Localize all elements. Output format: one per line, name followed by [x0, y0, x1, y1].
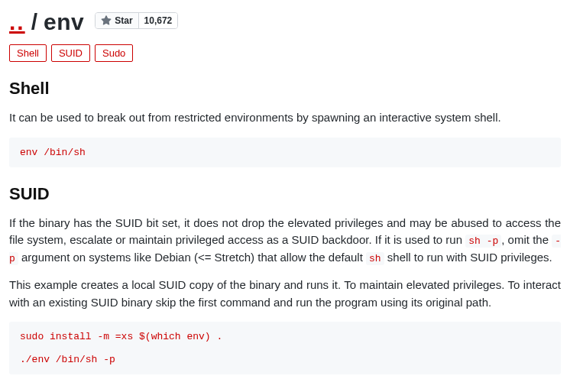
github-star-widget: Star 10,672: [95, 12, 178, 29]
parent-link[interactable]: ..: [9, 9, 25, 35]
suid-text-d: shell to run with SUID privileges.: [384, 251, 552, 264]
tag-shell[interactable]: Shell: [9, 44, 47, 62]
star-count[interactable]: 10,672: [139, 13, 178, 28]
page-title: env: [44, 9, 84, 35]
suid-text-c: argument on systems like Debian (<= Stre…: [18, 251, 366, 264]
suid-description-1: If the binary has the SUID bit set, it d…: [9, 215, 561, 267]
suid-code-block: sudo install -m =xs $(which env) . ./env…: [9, 322, 561, 374]
suid-description-2: This example creates a local SUID copy o…: [9, 277, 561, 311]
shell-code-block: env /bin/sh: [9, 138, 561, 167]
breadcrumb: .. / env: [9, 9, 84, 35]
section-heading-shell: Shell: [9, 79, 561, 99]
page-header: .. / env Star 10,672: [9, 9, 561, 35]
star-icon: [101, 15, 112, 26]
inline-code-shp: sh -p: [465, 235, 501, 248]
breadcrumb-separator: /: [31, 9, 37, 35]
inline-code-sh: sh: [366, 252, 384, 265]
shell-description: It can be used to break out from restric…: [9, 109, 561, 127]
star-button[interactable]: Star: [96, 13, 138, 28]
tag-suid[interactable]: SUID: [51, 44, 90, 62]
suid-text-b: , omit the: [501, 233, 552, 246]
tag-list: Shell SUID Sudo: [9, 44, 561, 62]
tag-sudo[interactable]: Sudo: [95, 44, 133, 62]
section-heading-suid: SUID: [9, 184, 561, 204]
star-label: Star: [115, 15, 132, 26]
